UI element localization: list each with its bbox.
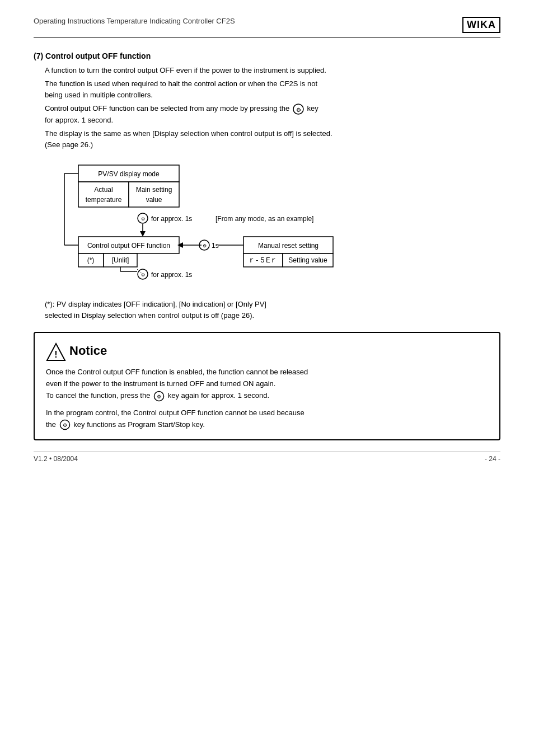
svg-text:value: value	[146, 196, 162, 204]
svg-text:⚙: ⚙	[296, 107, 301, 113]
svg-text:⚙: ⚙	[157, 394, 161, 400]
section-title: (7) Control output OFF function	[34, 51, 151, 60]
notice-box: ! Notice Once the Control output OFF fun…	[34, 332, 500, 440]
paragraph-2: The function is used when required to ha…	[45, 78, 500, 101]
paragraph-4: The display is the same as when [Display…	[45, 128, 500, 151]
key-icon-notice-2: ⚙	[59, 419, 71, 430]
svg-text:Setting value: Setting value	[288, 256, 327, 264]
note-paragraph: (*): PV display indicates [OFF indicatio…	[45, 299, 500, 321]
note-text: (*): PV display indicates [OFF indicatio…	[45, 299, 500, 321]
svg-text:PV/SV display mode: PV/SV display mode	[98, 170, 160, 178]
svg-text:[From any mode, as an example]: [From any mode, as an example]	[216, 215, 313, 223]
paragraph-3: Control output OFF function can be selec…	[45, 103, 500, 126]
notice-body: Once the Control output OFF function is …	[46, 367, 488, 430]
svg-text:!: !	[54, 350, 57, 359]
svg-text:(*): (*)	[87, 256, 95, 264]
svg-text:Control output OFF function: Control output OFF function	[87, 242, 170, 250]
footer-page: - 24 -	[485, 455, 500, 463]
wika-logo: WIKA	[462, 17, 500, 33]
svg-text:temperature: temperature	[86, 196, 122, 204]
svg-text:1s: 1s	[212, 242, 219, 250]
svg-text:for approx. 1s: for approx. 1s	[151, 271, 192, 279]
header: Operating Instructions Temperature Indic…	[34, 17, 500, 38]
section-heading: (7) Control output OFF function	[34, 51, 500, 60]
notice-paragraph-1: Once the Control output OFF function is …	[46, 367, 488, 401]
svg-text:Main setting: Main setting	[136, 186, 172, 194]
svg-marker-17	[140, 231, 146, 237]
key-icon-1: ⚙	[293, 104, 304, 115]
notice-title: Notice	[69, 344, 107, 358]
header-title: Operating Instructions Temperature Indic…	[34, 17, 235, 25]
diagram-svg: PV/SV display mode Actual temperature Ma…	[45, 159, 381, 288]
svg-text:[Unlit]: [Unlit]	[112, 256, 129, 264]
diagram-container: PV/SV display mode Actual temperature Ma…	[45, 159, 500, 290]
svg-text:Manual reset setting: Manual reset setting	[258, 242, 318, 250]
svg-text:⚙: ⚙	[63, 422, 67, 428]
notice-line5-text: the ⚙ key functions as Program Start/Sto…	[46, 420, 205, 429]
section-content: A function to turn the control output OF…	[45, 65, 500, 151]
svg-text:r-5Er: r-5Er	[249, 256, 277, 265]
svg-text:⚙: ⚙	[141, 217, 145, 222]
notice-line3-text: To cancel the function, press the ⚙ key …	[46, 391, 269, 400]
key-icon-notice: ⚙	[153, 391, 165, 402]
footer-version: V1.2 • 08/2004	[34, 455, 78, 463]
footer: V1.2 • 08/2004 - 24 -	[34, 451, 500, 463]
svg-text:⚙: ⚙	[203, 243, 207, 248]
svg-text:⚙: ⚙	[141, 273, 145, 278]
paragraph-1: A function to turn the control output OF…	[45, 65, 500, 76]
svg-text:Actual: Actual	[94, 186, 113, 194]
svg-text:for approx. 1s: for approx. 1s	[151, 215, 192, 223]
page: Operating Instructions Temperature Indic…	[0, 0, 534, 474]
notice-paragraph-2: In the program control, the Control outp…	[46, 407, 488, 431]
warning-triangle-icon: !	[46, 342, 64, 360]
notice-header: ! Notice	[46, 342, 488, 360]
